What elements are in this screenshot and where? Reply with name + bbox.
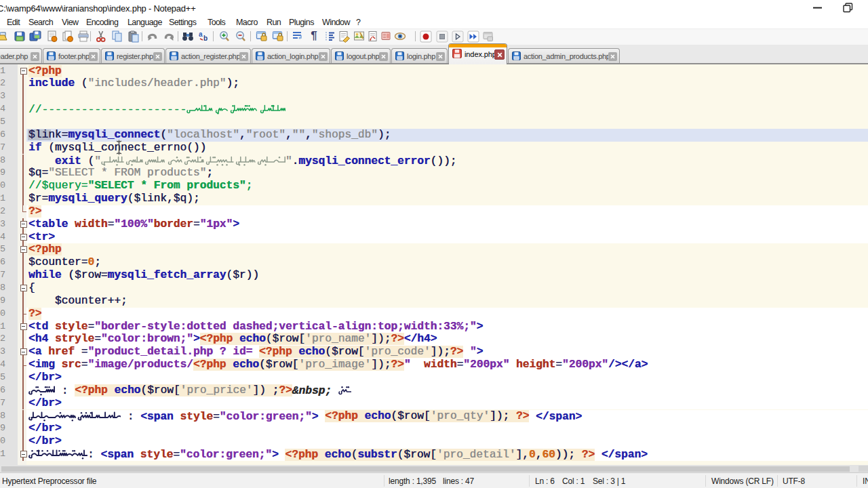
svg-text:b: b xyxy=(203,35,208,42)
svg-text:a: a xyxy=(199,30,203,38)
